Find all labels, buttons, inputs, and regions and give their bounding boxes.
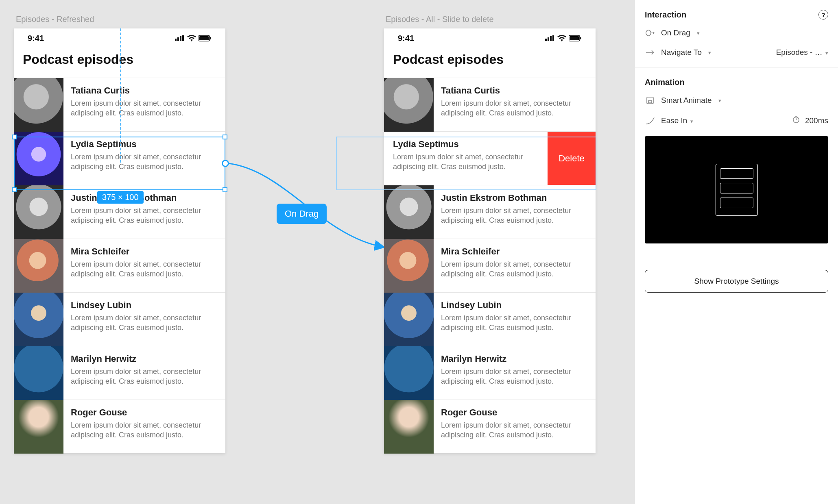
delete-button[interactable]: Delete — [548, 132, 596, 185]
row-name: Lydia Septimus — [71, 139, 218, 150]
arrow-right-icon — [645, 50, 655, 55]
list-item[interactable]: Tatiana Curtis Lorem ipsum dolor sit ame… — [384, 78, 596, 131]
trigger-label: On Drag — [661, 28, 690, 37]
list-item[interactable]: Tatiana Curtis Lorem ipsum dolor sit ame… — [14, 78, 225, 131]
list-item[interactable]: Lindsey Lubin Lorem ipsum dolor sit amet… — [384, 292, 596, 346]
row-desc: Lorem ipsum dolor sit amet, consectetur … — [71, 206, 218, 226]
avatar — [14, 185, 63, 239]
row-desc: Lorem ipsum dolor sit amet, consectetur … — [441, 313, 588, 333]
row-desc: Lorem ipsum dolor sit amet, consectetur … — [71, 259, 218, 279]
frame-label-b[interactable]: Episodes - All - Slide to delete — [386, 15, 494, 24]
screen-title: Podcast episodes — [384, 48, 596, 78]
status-bar: 9:41 — [384, 28, 596, 48]
row-desc: Lorem ipsum dolor sit amet, consectetur … — [71, 420, 218, 440]
svg-rect-8 — [548, 37, 549, 41]
status-bar: 9:41 — [14, 28, 225, 48]
row-name: Tatiana Curtis — [441, 85, 588, 96]
action-select[interactable]: Navigate To ▾ Episodes - … ▾ — [645, 48, 828, 57]
avatar — [384, 78, 434, 132]
row-name: Mira Schleifer — [441, 246, 588, 257]
list-item[interactable]: Roger Gouse Lorem ipsum dolor sit amet, … — [14, 400, 225, 453]
svg-rect-0 — [175, 39, 177, 41]
phone-frame-a[interactable]: 9:41 Podcast episodes Tatiana Curtis Lor… — [14, 28, 225, 453]
phone-frame-b[interactable]: 9:41 Podcast episodes Tatiana Curtis Lor… — [384, 28, 596, 453]
row-name: Marilyn Herwitz — [71, 354, 218, 364]
list-item[interactable]: Marilyn Herwitz Lorem ipsum dolor sit am… — [14, 346, 225, 400]
list-item[interactable]: Mira Schleifer Lorem ipsum dolor sit ame… — [384, 239, 596, 292]
row-desc: Lorem ipsum dolor sit amet, consectetur … — [441, 206, 588, 226]
selection-dimensions-badge: 375 × 100 — [97, 191, 144, 204]
row-name: Roger Gouse — [441, 407, 588, 418]
show-prototype-settings-button[interactable]: Show Prototype Settings — [645, 270, 828, 293]
row-name: Lindsey Lubin — [71, 300, 218, 311]
help-icon[interactable]: ? — [818, 10, 828, 20]
duration-input[interactable]: 200ms — [805, 116, 828, 125]
animation-type-label: Smart Animate — [661, 96, 712, 105]
avatar — [14, 346, 63, 400]
row-name: Marilyn Herwitz — [441, 354, 588, 364]
svg-rect-6 — [210, 37, 211, 39]
avatar — [384, 185, 434, 239]
easing-select[interactable]: Ease In ▾ — [661, 116, 693, 125]
svg-rect-10 — [552, 35, 554, 41]
smart-animate-icon — [645, 96, 655, 104]
row-desc: Lorem ipsum dolor sit amet, consectetur … — [71, 152, 218, 172]
list-item[interactable]: Justin Ekstrom Bothman Lorem ipsum dolor… — [384, 185, 596, 239]
easing-icon — [645, 117, 655, 124]
avatar — [14, 239, 63, 293]
design-canvas[interactable]: Episodes - Refreshed 9:41 Podcast episod… — [0, 0, 635, 504]
svg-rect-12 — [570, 36, 579, 40]
avatar — [384, 293, 434, 346]
svg-rect-9 — [550, 36, 552, 41]
chevron-down-icon: ▾ — [718, 98, 721, 104]
avatar — [384, 346, 434, 400]
drag-icon — [645, 30, 655, 36]
svg-rect-16 — [648, 100, 652, 103]
row-desc: Lorem ipsum dolor sit amet, consectetur … — [393, 152, 540, 172]
animation-type-select[interactable]: Smart Animate ▾ — [645, 96, 828, 105]
section-title-animation: Animation — [645, 78, 685, 87]
chevron-down-icon: ▾ — [697, 30, 700, 36]
trigger-select[interactable]: On Drag ▾ — [645, 28, 828, 37]
row-name: Lydia Septimus — [393, 139, 540, 150]
avatar — [14, 400, 63, 454]
prototype-trigger-badge[interactable]: On Drag — [277, 204, 327, 224]
chevron-down-icon: ▾ — [708, 50, 711, 56]
row-desc: Lorem ipsum dolor sit amet, consectetur … — [441, 98, 588, 118]
action-label: Navigate To — [661, 48, 702, 57]
avatar — [14, 132, 63, 185]
status-icons — [175, 35, 212, 41]
list-item[interactable]: Lydia Septimus Lorem ipsum dolor sit ame… — [14, 131, 225, 185]
list-item-swiped[interactable]: Lydia Septimus Lorem ipsum dolor sit ame… — [336, 131, 596, 185]
frame-label-a[interactable]: Episodes - Refreshed — [16, 15, 94, 24]
duration-icon — [792, 115, 800, 126]
chevron-down-icon: ▾ — [825, 50, 828, 56]
row-name: Justin Ekstrom Bothman — [71, 193, 218, 203]
row-name: Tatiana Curtis — [71, 85, 218, 96]
avatar — [14, 78, 63, 132]
destination-select[interactable]: Episodes - … ▾ — [776, 48, 828, 57]
avatar — [384, 400, 434, 454]
svg-rect-3 — [182, 35, 184, 41]
row-desc: Lorem ipsum dolor sit amet, consectetur … — [441, 259, 588, 279]
animation-preview — [645, 136, 828, 243]
row-name: Justin Ekstrom Bothman — [441, 193, 588, 203]
svg-point-14 — [646, 30, 651, 36]
list-item[interactable]: Marilyn Herwitz Lorem ipsum dolor sit am… — [384, 346, 596, 400]
status-icons — [545, 35, 582, 41]
section-title-interaction: Interaction — [645, 10, 686, 20]
row-name: Lindsey Lubin — [441, 300, 588, 311]
svg-rect-1 — [177, 37, 179, 41]
svg-rect-5 — [199, 36, 209, 40]
divider — [635, 67, 838, 68]
chevron-down-icon: ▾ — [690, 118, 693, 124]
layout-guide — [120, 28, 121, 163]
svg-rect-2 — [180, 36, 181, 41]
list-item[interactable]: Mira Schleifer Lorem ipsum dolor sit ame… — [14, 239, 225, 292]
avatar — [14, 293, 63, 346]
list-item[interactable]: Roger Gouse Lorem ipsum dolor sit amet, … — [384, 400, 596, 453]
row-desc: Lorem ipsum dolor sit amet, consectetur … — [71, 367, 218, 387]
screen-title: Podcast episodes — [14, 48, 225, 78]
avatar — [384, 239, 434, 293]
list-item[interactable]: Lindsey Lubin Lorem ipsum dolor sit amet… — [14, 292, 225, 346]
